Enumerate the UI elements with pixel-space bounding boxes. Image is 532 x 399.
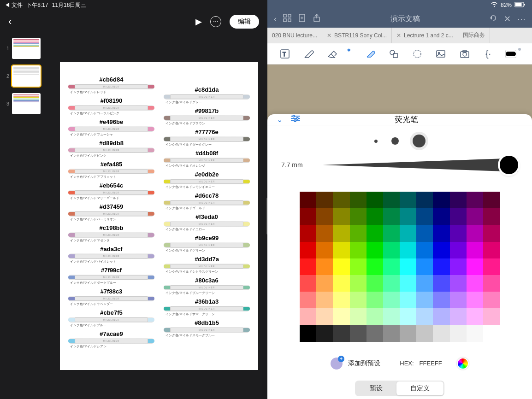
- back-button[interactable]: ‹: [8, 16, 12, 28]
- pen-tool-icon[interactable]: [302, 47, 315, 60]
- color-swatch[interactable]: [483, 192, 500, 208]
- color-swatch[interactable]: [366, 258, 383, 275]
- color-swatch[interactable]: [366, 192, 383, 208]
- color-swatch[interactable]: [316, 258, 333, 275]
- color-swatch[interactable]: [467, 225, 483, 241]
- color-swatch[interactable]: [483, 258, 500, 275]
- camera-tool-icon[interactable]: [458, 47, 471, 60]
- color-swatch[interactable]: [483, 275, 500, 292]
- color-wheel-icon[interactable]: [457, 358, 469, 370]
- color-swatch[interactable]: [333, 242, 349, 258]
- tab-item[interactable]: ✕Lectrure 1 and 2 c...: [392, 28, 458, 43]
- thumbnail-1[interactable]: [12, 38, 41, 59]
- color-swatch[interactable]: [350, 308, 366, 325]
- color-swatch[interactable]: [416, 192, 433, 208]
- thumbnail-row[interactable]: 2: [4, 65, 47, 87]
- color-swatch[interactable]: [433, 325, 449, 341]
- color-swatch[interactable]: [416, 292, 433, 308]
- thumbnail-3[interactable]: [12, 93, 41, 114]
- color-swatch[interactable]: [316, 325, 333, 341]
- color-swatch[interactable]: [450, 325, 467, 341]
- hex-input[interactable]: FFEEFF: [420, 360, 442, 367]
- color-swatch[interactable]: [383, 208, 400, 225]
- size-small[interactable]: [374, 140, 378, 143]
- color-swatch[interactable]: [450, 192, 467, 208]
- stroke-preview[interactable]: [505, 50, 516, 58]
- text-tool-icon[interactable]: T: [278, 47, 291, 60]
- segment-custom[interactable]: 自定义: [396, 381, 443, 395]
- color-swatch[interactable]: [433, 242, 449, 258]
- color-swatch[interactable]: [416, 275, 433, 292]
- color-swatch[interactable]: [400, 208, 416, 225]
- color-swatch[interactable]: [467, 208, 483, 225]
- color-swatch[interactable]: [383, 192, 400, 208]
- color-swatch[interactable]: [400, 258, 416, 275]
- color-swatch[interactable]: [333, 258, 349, 275]
- bracket-icon[interactable]: {·: [482, 47, 495, 60]
- size-large-selected[interactable]: [413, 135, 426, 147]
- color-swatch[interactable]: [450, 225, 467, 241]
- color-swatch[interactable]: [467, 192, 483, 208]
- tab-item[interactable]: 020 BNU lecture...: [267, 28, 322, 43]
- color-swatch[interactable]: [416, 242, 433, 258]
- lasso-tool-icon[interactable]: [411, 47, 424, 60]
- segment-preset[interactable]: 预设: [356, 381, 396, 395]
- color-swatch[interactable]: [450, 275, 467, 292]
- tab-close-icon[interactable]: ✕: [327, 32, 331, 39]
- color-swatch[interactable]: [450, 292, 467, 308]
- color-swatch[interactable]: [400, 225, 416, 241]
- play-button[interactable]: ▶: [195, 17, 202, 27]
- color-swatch[interactable]: [350, 208, 366, 225]
- color-swatch[interactable]: [316, 275, 333, 292]
- tab-close-icon[interactable]: ✕: [396, 32, 401, 39]
- color-swatch[interactable]: [483, 325, 500, 341]
- color-swatch[interactable]: [400, 242, 416, 258]
- color-swatch[interactable]: [433, 292, 449, 308]
- slide-canvas[interactable]: #cb6d84MILDLINERインク色/マイルドレッド#f08190MILDL…: [51, 33, 267, 399]
- color-swatch[interactable]: [400, 292, 416, 308]
- color-swatch[interactable]: [300, 308, 316, 325]
- close-icon[interactable]: ✕: [504, 14, 511, 24]
- color-swatch[interactable]: [450, 208, 467, 225]
- color-swatch[interactable]: [383, 275, 400, 292]
- back-to-app[interactable]: ◀ 文件: [5, 1, 23, 9]
- color-swatch[interactable]: [316, 308, 333, 325]
- color-swatch[interactable]: [333, 275, 349, 292]
- color-swatch[interactable]: [316, 192, 333, 208]
- color-swatch[interactable]: [467, 292, 483, 308]
- slider-knob[interactable]: [500, 156, 518, 174]
- color-swatch[interactable]: [333, 325, 349, 341]
- color-swatch[interactable]: [316, 225, 333, 241]
- color-swatch[interactable]: [300, 275, 316, 292]
- color-swatch[interactable]: [383, 225, 400, 241]
- color-swatch[interactable]: [316, 292, 333, 308]
- tab-item[interactable]: 国际商务: [458, 28, 490, 43]
- collapse-chevron-icon[interactable]: ⌄: [277, 115, 283, 124]
- color-swatch[interactable]: [383, 242, 400, 258]
- add-preset-swatch[interactable]: +: [331, 358, 343, 370]
- thumbnail-row[interactable]: 3: [4, 93, 47, 114]
- edit-button[interactable]: 编辑: [230, 15, 259, 29]
- image-tool-icon[interactable]: [434, 47, 447, 60]
- color-swatch[interactable]: [366, 308, 383, 325]
- color-swatch[interactable]: [483, 292, 500, 308]
- color-swatch[interactable]: [300, 242, 316, 258]
- color-swatch[interactable]: [383, 292, 400, 308]
- color-swatch[interactable]: [366, 325, 383, 341]
- eraser-tool-icon[interactable]: [325, 47, 338, 60]
- color-swatch[interactable]: [450, 258, 467, 275]
- color-swatch[interactable]: [433, 192, 449, 208]
- color-swatch[interactable]: [366, 208, 383, 225]
- shapes-tool-icon[interactable]: [387, 47, 400, 60]
- undo-icon[interactable]: [489, 14, 497, 24]
- add-page-icon[interactable]: [298, 14, 306, 24]
- grid-view-icon[interactable]: [283, 14, 291, 24]
- color-swatch[interactable]: [316, 208, 333, 225]
- color-swatch[interactable]: [433, 225, 449, 241]
- color-swatch[interactable]: [316, 242, 333, 258]
- color-swatch[interactable]: [300, 292, 316, 308]
- color-swatch[interactable]: [416, 208, 433, 225]
- thumbnail-2-selected[interactable]: [12, 65, 41, 87]
- color-swatch[interactable]: [416, 258, 433, 275]
- color-swatch[interactable]: [416, 308, 433, 325]
